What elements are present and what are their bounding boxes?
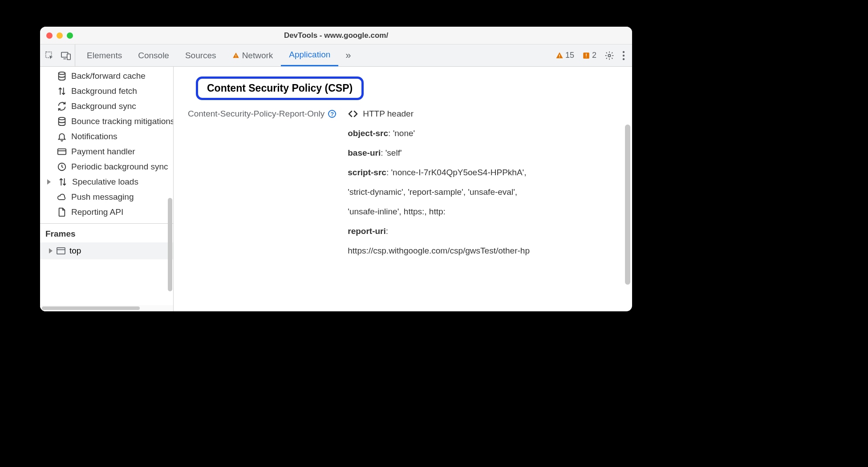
sidebar-item-label: Periodic background sync bbox=[71, 162, 168, 172]
titlebar: DevTools - www.google.com/ bbox=[40, 27, 632, 44]
window-title: DevTools - www.google.com/ bbox=[284, 31, 388, 40]
svg-rect-5 bbox=[559, 54, 560, 56]
content-area: Back/forward cacheBackground fetchBackgr… bbox=[40, 67, 632, 311]
csp-directive: https://csp.withgoogle.com/csp/gwsTest/o… bbox=[348, 246, 620, 256]
main-vertical-scrollbar[interactable] bbox=[625, 125, 630, 285]
device-toggle-icon[interactable] bbox=[61, 51, 71, 60]
svg-point-12 bbox=[623, 54, 625, 56]
sidebar: Back/forward cacheBackground fetchBackgr… bbox=[40, 67, 174, 311]
sidebar-item-label: Payment handler bbox=[71, 147, 135, 157]
source-label: HTTP header bbox=[363, 109, 414, 119]
frame-top-item[interactable]: top bbox=[40, 242, 173, 259]
devtools-window: DevTools - www.google.com/ ElementsConso… bbox=[40, 27, 632, 311]
tab-network[interactable]: Network bbox=[224, 44, 281, 66]
tab-label: Application bbox=[289, 50, 330, 60]
csp-heading: Content Security Policy (CSP) bbox=[207, 82, 353, 94]
sidebar-item-bounce-tracking-mitigations[interactable]: Bounce tracking mitigations bbox=[40, 114, 173, 129]
svg-point-15 bbox=[59, 117, 65, 120]
tab-label: Console bbox=[138, 51, 169, 60]
sidebar-horizontal-scrollbar[interactable] bbox=[40, 305, 173, 311]
help-icon[interactable]: ? bbox=[328, 110, 336, 118]
csp-directive: base-uri: 'self' bbox=[348, 148, 620, 158]
disclosure-triangle-icon[interactable] bbox=[47, 179, 51, 185]
csp-directive: report-uri: bbox=[348, 226, 620, 236]
csp-directive: 'strict-dynamic', 'report-sample', 'unsa… bbox=[348, 187, 620, 197]
sync-icon bbox=[57, 101, 67, 111]
tab-label: Network bbox=[242, 51, 273, 60]
csp-directive: 'unsafe-inline', https:, http: bbox=[348, 207, 620, 217]
svg-point-14 bbox=[59, 72, 65, 75]
sidebar-item-periodic-background-sync[interactable]: Periodic background sync bbox=[40, 159, 173, 174]
directive-value: : 'none' bbox=[388, 129, 415, 138]
svg-point-10 bbox=[608, 54, 611, 57]
sidebar-item-notifications[interactable]: Notifications bbox=[40, 129, 173, 144]
issues-badge[interactable]: 2 bbox=[582, 51, 596, 60]
more-tabs-button[interactable]: » bbox=[342, 50, 354, 61]
sidebar-item-label: Back/forward cache bbox=[71, 71, 146, 81]
tab-label: Elements bbox=[87, 51, 122, 60]
updown-icon bbox=[58, 177, 68, 187]
sidebar-item-background-sync[interactable]: Background sync bbox=[40, 99, 173, 114]
file-icon bbox=[57, 207, 67, 217]
svg-rect-4 bbox=[235, 56, 236, 57]
directive-key: base-uri bbox=[348, 148, 381, 157]
sidebar-item-label: Notifications bbox=[71, 132, 118, 141]
clock-icon bbox=[57, 162, 67, 172]
sidebar-item-label: Reporting API bbox=[71, 207, 123, 217]
updown-icon bbox=[57, 86, 67, 96]
main-panel: Content Security Policy (CSP) Content-Se… bbox=[174, 67, 632, 311]
directive-value: : 'self' bbox=[381, 148, 402, 157]
sidebar-item-background-fetch[interactable]: Background fetch bbox=[40, 84, 173, 99]
sidebar-vertical-scrollbar[interactable] bbox=[168, 198, 172, 291]
zoom-window-button[interactable] bbox=[67, 32, 73, 39]
bell-icon bbox=[57, 132, 67, 141]
directive-key: report-uri bbox=[348, 226, 386, 236]
tab-console[interactable]: Console bbox=[130, 44, 177, 66]
sidebar-item-speculative-loads[interactable]: Speculative loads bbox=[40, 174, 173, 189]
policy-name: Content-Security-Policy-Report-Only bbox=[188, 109, 324, 119]
tab-label: Sources bbox=[185, 51, 216, 60]
sidebar-item-payment-handler[interactable]: Payment handler bbox=[40, 144, 173, 159]
card-icon bbox=[57, 147, 67, 157]
tabs: ElementsConsoleSourcesNetworkApplication bbox=[79, 44, 338, 66]
svg-rect-2 bbox=[67, 54, 70, 60]
svg-rect-3 bbox=[235, 55, 236, 56]
database-icon bbox=[57, 71, 67, 81]
disclosure-triangle-icon[interactable] bbox=[49, 248, 53, 254]
warnings-count: 15 bbox=[565, 51, 574, 60]
sidebar-item-back-forward-cache[interactable]: Back/forward cache bbox=[40, 68, 173, 84]
warnings-badge[interactable]: 15 bbox=[556, 51, 574, 60]
tab-application[interactable]: Application bbox=[281, 44, 338, 66]
tab-elements[interactable]: Elements bbox=[79, 44, 130, 66]
directive-value: 'strict-dynamic', 'report-sample', 'unsa… bbox=[348, 187, 517, 197]
frame-label: top bbox=[69, 246, 81, 256]
directive-value: : bbox=[386, 226, 388, 236]
csp-directive: object-src: 'none' bbox=[348, 129, 620, 138]
sidebar-item-label: Push messaging bbox=[71, 192, 134, 202]
code-icon bbox=[348, 110, 358, 118]
sidebar-item-push-messaging[interactable]: Push messaging bbox=[40, 189, 173, 205]
tab-sources[interactable]: Sources bbox=[177, 44, 224, 66]
frames-header: Frames bbox=[40, 223, 173, 242]
svg-rect-19 bbox=[57, 248, 65, 254]
csp-directive: script-src: 'nonce-I-7rK04QpY5oeS4-HPPkh… bbox=[348, 168, 620, 177]
directive-key: object-src bbox=[348, 129, 388, 138]
sidebar-item-label: Bounce tracking mitigations bbox=[71, 117, 173, 126]
sidebar-item-label: Background sync bbox=[71, 101, 136, 111]
devtools-toolbar: ElementsConsoleSourcesNetworkApplication… bbox=[40, 44, 632, 67]
sidebar-item-reporting-api[interactable]: Reporting API bbox=[40, 205, 173, 220]
directive-key: script-src bbox=[348, 168, 386, 177]
more-menu-icon[interactable] bbox=[622, 51, 625, 60]
minimize-window-button[interactable] bbox=[57, 32, 63, 39]
svg-rect-8 bbox=[586, 53, 587, 56]
cloud-icon bbox=[57, 192, 67, 202]
csp-heading-highlight: Content Security Policy (CSP) bbox=[196, 76, 364, 100]
close-window-button[interactable] bbox=[46, 32, 53, 39]
svg-rect-16 bbox=[58, 149, 66, 155]
svg-rect-9 bbox=[586, 56, 587, 57]
settings-icon[interactable] bbox=[604, 51, 614, 60]
directive-value: 'unsafe-inline', https:, http: bbox=[348, 207, 446, 216]
svg-point-11 bbox=[623, 51, 625, 52]
inspect-icon[interactable] bbox=[45, 51, 54, 60]
database-icon bbox=[57, 117, 67, 126]
